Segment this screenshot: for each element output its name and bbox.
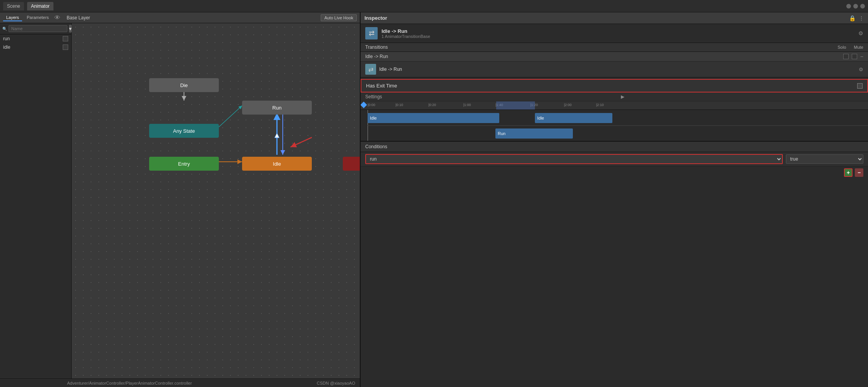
ruler-tick-1: |0:10 (395, 103, 403, 107)
transition-header: ⇄ Idle -> Run 1 AnimatorTransitionBase ⚙ (361, 24, 868, 43)
ruler-tick-0: |0:00 (368, 103, 375, 107)
transition-row-name: Idle -> Run (365, 54, 840, 59)
param-idle: idle (0, 43, 71, 51)
transition-solo-checkbox[interactable] (843, 54, 849, 59)
file-path: Adventurer/AnimatorController/PlayerAnim… (67, 381, 192, 385)
add-remove-row: + − (361, 166, 868, 179)
auto-live-button[interactable]: Auto Live Hook (321, 14, 357, 21)
inspector-menu-icon[interactable]: ⋮ (859, 15, 864, 21)
ruler-tick-2: |0:20 (428, 103, 436, 107)
has-exit-time-checkbox[interactable] (857, 83, 863, 89)
tab-scene[interactable]: Scene (3, 2, 24, 10)
settings-label: Settings (365, 94, 382, 99)
transition-detail-gear-icon[interactable]: ⚙ (859, 67, 863, 72)
condition-row: run idle true false (361, 152, 868, 166)
state-any-state[interactable]: Any State (149, 124, 219, 138)
condition-value-dropdown[interactable]: true false (786, 154, 863, 164)
condition-param-dropdown[interactable]: run idle (365, 154, 783, 164)
transition-detail-header: ⇄ Idle -> Run ⚙ (361, 62, 868, 77)
ruler-tick-6: |2:00 (564, 103, 572, 107)
transition-sub: 1 AnimatorTransitionBase (382, 34, 430, 39)
inspector-lock-icon[interactable]: 🔒 (849, 15, 856, 21)
animator-panel: Layers Parameters 👁 Base Layer Auto Live… (0, 12, 360, 387)
transition-detail-icon: ⇄ (365, 64, 376, 75)
tab-parameters[interactable]: Parameters (24, 14, 52, 21)
solo-mute-labels: Solo Mute (838, 45, 864, 50)
state-exit[interactable]: Exit (343, 157, 360, 171)
transition-row-idle-run[interactable]: Idle -> Run − (361, 52, 868, 62)
top-bar: Scene Animator (0, 0, 868, 12)
search-bar: 🔍 ▾ (0, 23, 71, 34)
tab-animator[interactable]: Animator (27, 2, 53, 10)
inspector-window-controls: 🔒 ⋮ (849, 15, 864, 21)
inspector-body: ⇄ Idle -> Run 1 AnimatorTransitionBase ⚙… (361, 24, 868, 179)
close-button[interactable] (860, 4, 865, 9)
tab-layers[interactable]: Layers (3, 14, 22, 21)
remove-condition-button[interactable]: − (855, 168, 863, 177)
inspector-panel: Inspector 🔒 ⋮ ⇄ Idle -> Run 1 AnimatorTr… (360, 12, 868, 387)
state-run[interactable]: Run (242, 101, 312, 115)
svg-line-5 (290, 137, 312, 147)
conditions-section: Conditions run idle true false + (361, 141, 868, 179)
timeline-highlight (496, 101, 535, 110)
idle-bar-top[interactable]: Idle (368, 113, 499, 123)
transitions-section-header: Transitions Solo Mute (361, 43, 868, 52)
svg-line-4 (219, 106, 242, 127)
maximize-button[interactable] (853, 4, 858, 9)
search-icon: 🔍 (2, 27, 7, 31)
timeline-bars-canvas: Idle Idle Run (361, 110, 868, 141)
add-condition-button[interactable]: + (844, 168, 853, 177)
animator-header-tabs: Layers Parameters 👁 (3, 14, 60, 21)
svg-marker-6 (275, 133, 279, 138)
add-layer-button[interactable]: ▾ (69, 25, 72, 33)
timeline-container: |0:00 |0:10 |0:20 |1:00 |1:40 |1:20 |2:0… (361, 101, 868, 141)
transition-info: Idle -> Run 1 AnimatorTransitionBase (382, 28, 430, 39)
ruler-tick-3: |1:00 (463, 103, 471, 107)
credit-text: CSDN @xiaoyaoAO (317, 381, 355, 385)
param-run: run (0, 34, 71, 43)
timeline-ruler: |0:00 |0:10 |0:20 |1:00 |1:40 |1:20 |2:0… (361, 101, 868, 110)
transition-minus-button[interactable]: − (860, 53, 863, 60)
inspector-header: Inspector 🔒 ⋮ (361, 12, 868, 24)
settings-chevron-icon: ▶ (621, 94, 624, 99)
has-exit-time-row: Has Exit Time (361, 79, 868, 92)
search-input[interactable] (9, 25, 67, 32)
timeline-playhead-icon[interactable] (361, 102, 367, 108)
transition-name: Idle -> Run (382, 28, 430, 34)
settings-row[interactable]: Settings ▶ (361, 92, 868, 101)
inspector-title: Inspector (364, 15, 387, 21)
animator-canvas: Die Any State Entry Run Idle Exit (72, 23, 360, 378)
param-run-checkbox[interactable] (63, 36, 68, 41)
minimize-button[interactable] (846, 4, 851, 9)
has-exit-time-label: Has Exit Time (366, 83, 853, 89)
state-idle[interactable]: Idle (242, 157, 312, 171)
timeline-divider (368, 125, 868, 126)
transition-gear-icon[interactable]: ⚙ (858, 30, 863, 36)
transition-detail-name: Idle -> Run (379, 67, 402, 72)
main-layout: Layers Parameters 👁 Base Layer Auto Live… (0, 12, 868, 387)
ruler-tick-7: |2:10 (596, 103, 604, 107)
transition-mute-checkbox[interactable] (852, 54, 857, 59)
idle-bar-right[interactable]: Idle (535, 113, 612, 123)
eye-icon[interactable]: 👁 (54, 14, 60, 21)
layers-params-panel: 🔍 ▾ run idle (0, 23, 72, 378)
status-bar: Adventurer/AnimatorController/PlayerAnim… (0, 378, 360, 387)
conditions-label: Conditions (361, 141, 868, 152)
connections-svg (72, 23, 360, 378)
window-controls (846, 4, 865, 9)
transition-icon: ⇄ (365, 27, 378, 39)
animator-top: 🔍 ▾ run idle (0, 23, 360, 378)
animator-header: Layers Parameters 👁 Base Layer Auto Live… (0, 12, 360, 23)
state-entry[interactable]: Entry (149, 157, 219, 171)
run-bar[interactable]: Run (495, 128, 573, 139)
param-idle-checkbox[interactable] (63, 45, 68, 50)
base-layer-label: Base Layer (67, 15, 90, 21)
state-die[interactable]: Die (149, 78, 219, 92)
